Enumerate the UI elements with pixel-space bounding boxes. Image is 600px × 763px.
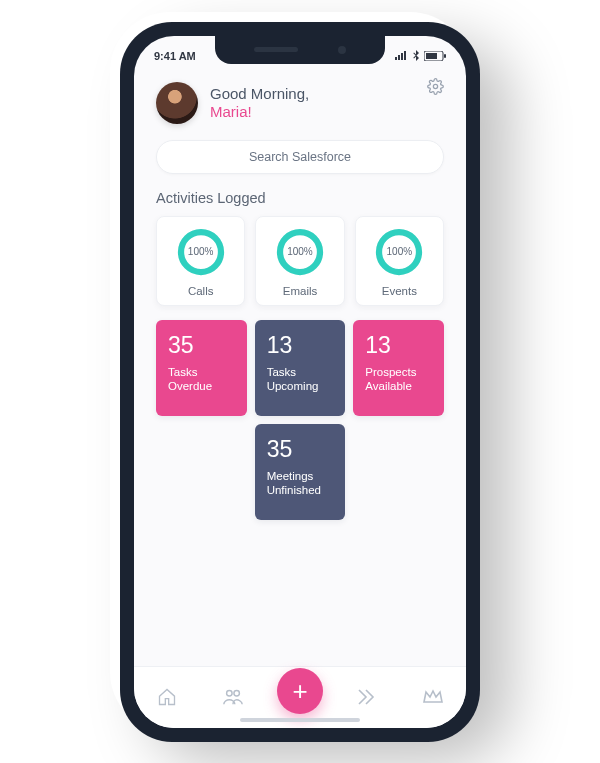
signal-icon (395, 51, 409, 60)
tile-label: Meetings Unfinished (267, 469, 334, 498)
tile-grid: 35 Tasks Overdue 13 Tasks Upcoming 13 Pr… (134, 320, 466, 534)
svg-rect-3 (404, 51, 406, 60)
tile-meetings[interactable]: 35 Meetings Unfinished (255, 424, 346, 520)
tile-label: Tasks Upcoming (267, 365, 334, 394)
status-time: 9:41 AM (154, 50, 196, 62)
progress-ring: 100% (176, 227, 226, 277)
people-icon[interactable] (211, 675, 255, 719)
ring-percent: 100% (176, 227, 226, 277)
battery-icon (424, 51, 446, 61)
ring-percent: 100% (374, 227, 424, 277)
user-name: Maria! (210, 103, 309, 121)
tile-count: 35 (267, 436, 334, 463)
tile-tasks-upcoming[interactable]: 13 Tasks Upcoming (255, 320, 346, 416)
avatar[interactable] (156, 82, 198, 124)
tile-count: 13 (267, 332, 334, 359)
gear-icon[interactable] (427, 78, 444, 99)
tile-label: Prospects Available (365, 365, 432, 394)
ring-percent: 100% (275, 227, 325, 277)
screen: 9:41 AM Good Morning, Maria! Search Sale… (134, 36, 466, 728)
greeting: Good Morning, Maria! (210, 85, 309, 121)
notch (215, 36, 385, 64)
plus-icon: + (292, 678, 307, 704)
activity-rings: 100% Calls 100% Emails 100% Events (134, 216, 466, 320)
greeting-text: Good Morning, (210, 85, 309, 103)
svg-rect-6 (444, 54, 446, 58)
tile-count: 35 (168, 332, 235, 359)
tile-prospects[interactable]: 13 Prospects Available (353, 320, 444, 416)
progress-ring: 100% (275, 227, 325, 277)
ring-label: Emails (283, 285, 318, 297)
tile-label: Tasks Overdue (168, 365, 235, 394)
svg-point-7 (433, 84, 437, 88)
ring-card-calls[interactable]: 100% Calls (156, 216, 245, 306)
forward-icon[interactable] (345, 675, 389, 719)
phone-frame: 9:41 AM Good Morning, Maria! Search Sale… (120, 22, 480, 742)
search-placeholder: Search Salesforce (249, 150, 351, 164)
ring-label: Events (382, 285, 417, 297)
svg-rect-5 (426, 53, 437, 59)
search-input[interactable]: Search Salesforce (156, 140, 444, 174)
header: Good Morning, Maria! (134, 68, 466, 134)
tile-tasks-overdue[interactable]: 35 Tasks Overdue (156, 320, 247, 416)
svg-rect-2 (401, 53, 403, 60)
crown-icon[interactable] (411, 675, 455, 719)
svg-rect-1 (398, 55, 400, 60)
home-indicator[interactable] (240, 718, 360, 722)
section-title: Activities Logged (134, 190, 466, 216)
ring-card-emails[interactable]: 100% Emails (255, 216, 344, 306)
ring-label: Calls (188, 285, 214, 297)
tile-count: 13 (365, 332, 432, 359)
svg-point-14 (227, 691, 233, 697)
add-button[interactable]: + (277, 668, 323, 714)
svg-rect-0 (395, 57, 397, 60)
progress-ring: 100% (374, 227, 424, 277)
home-icon[interactable] (145, 675, 189, 719)
svg-point-15 (234, 691, 240, 697)
bluetooth-icon (413, 50, 420, 61)
ring-card-events[interactable]: 100% Events (355, 216, 444, 306)
